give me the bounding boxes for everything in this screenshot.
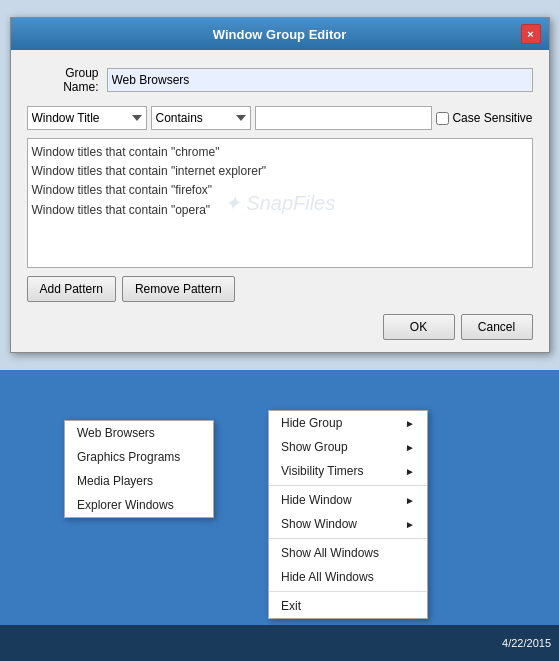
visibility-timers-arrow: ► [405,466,415,477]
group-name-input[interactable] [107,68,533,92]
show-group-arrow: ► [405,442,415,453]
cancel-button[interactable]: Cancel [461,314,533,340]
pattern-item-2: Window titles that contain "internet exp… [32,162,528,181]
add-remove-button-row: Add Pattern Remove Pattern [27,276,533,302]
separator-1 [269,485,427,486]
menu-item-media-players[interactable]: Media Players [65,469,213,493]
group-name-label: Group Name: [27,66,107,94]
separator-3 [269,591,427,592]
menu-item-web-browsers[interactable]: Web Browsers [65,421,213,445]
hide-window-arrow: ► [405,495,415,506]
menu-item-graphics-programs[interactable]: Graphics Programs [65,445,213,469]
filter-row: Window Title Process Name Class Name Con… [27,106,533,130]
menu-item-hide-all-windows[interactable]: Hide All Windows [269,565,427,589]
pattern-item-1: Window titles that contain "chrome" [32,143,528,162]
remove-pattern-button[interactable]: Remove Pattern [122,276,235,302]
dialog-overlay: Window Group Editor × Group Name: Window… [0,0,559,370]
condition-select[interactable]: Contains Starts With Ends With Equals Re… [151,106,251,130]
show-window-arrow: ► [405,519,415,530]
dialog-title: Window Group Editor [39,27,521,42]
group-name-row: Group Name: [27,66,533,94]
menu-item-show-group[interactable]: Show Group ► [269,435,427,459]
add-pattern-button[interactable]: Add Pattern [27,276,116,302]
ok-cancel-row: OK Cancel [27,314,533,340]
taskbar: 4/22/2015 [0,625,559,661]
dialog-body: Group Name: Window Title Process Name Cl… [11,50,549,352]
right-context-menu: Hide Group ► Show Group ► Visibility Tim… [268,410,428,619]
separator-2 [269,538,427,539]
menu-item-hide-group[interactable]: Hide Group ► [269,411,427,435]
field-select[interactable]: Window Title Process Name Class Name [27,106,147,130]
menu-item-show-all-windows[interactable]: Show All Windows [269,541,427,565]
hide-group-arrow: ► [405,418,415,429]
patterns-list[interactable]: Window titles that contain "chrome" Wind… [27,138,533,268]
dialog-titlebar: Window Group Editor × [11,18,549,50]
menu-item-show-window[interactable]: Show Window ► [269,512,427,536]
taskbar-clock: 4/22/2015 [502,637,551,649]
menu-item-visibility-timers[interactable]: Visibility Timers ► [269,459,427,483]
pattern-item-4: Window titles that contain "opera" [32,201,528,220]
left-context-menu: Web Browsers Graphics Programs Media Pla… [64,420,214,518]
menu-item-explorer-windows[interactable]: Explorer Windows [65,493,213,517]
filter-text-input[interactable] [255,106,433,130]
pattern-item-3: Window titles that contain "firefox" [32,181,528,200]
screenshot-section: Web Browsers Graphics Programs Media Pla… [0,370,559,661]
ok-button[interactable]: OK [383,314,455,340]
window-group-editor-dialog: Window Group Editor × Group Name: Window… [10,17,550,353]
case-sensitive-label: Case Sensitive [436,111,532,125]
menu-item-exit[interactable]: Exit [269,594,427,618]
case-sensitive-checkbox[interactable] [436,112,449,125]
close-button[interactable]: × [521,24,541,44]
menu-item-hide-window[interactable]: Hide Window ► [269,488,427,512]
